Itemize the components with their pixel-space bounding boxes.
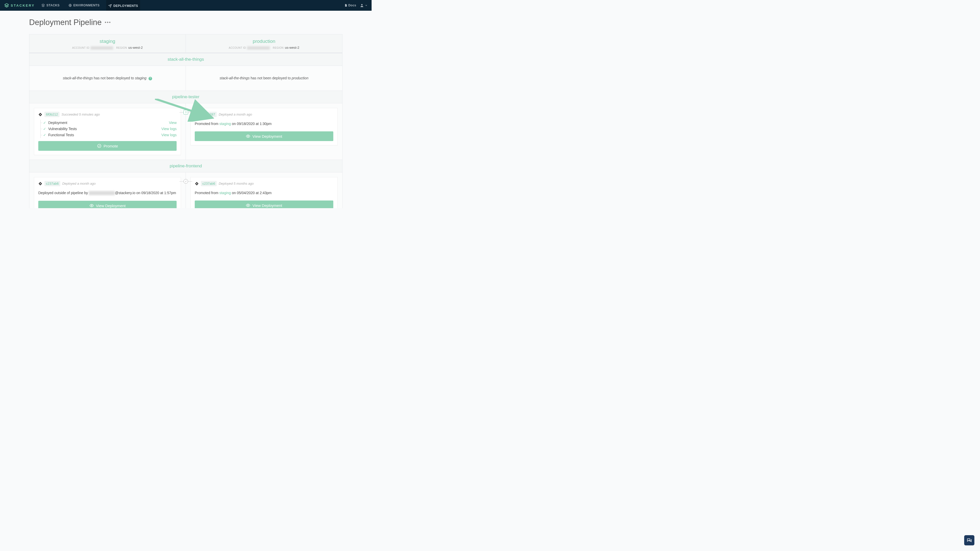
env-link[interactable]: staging xyxy=(219,122,231,126)
commit-hash[interactable]: 6f0b212 xyxy=(45,112,59,117)
view-deployment-button[interactable]: View Deployment xyxy=(38,201,177,208)
svg-point-10 xyxy=(248,205,249,206)
user-icon xyxy=(360,3,364,7)
step-row: ✓ Deployment View xyxy=(41,120,177,126)
deploy-status: Deployed 5 months ago xyxy=(219,182,254,186)
env-name-staging[interactable]: staging xyxy=(29,38,186,44)
layers-icon xyxy=(41,3,45,7)
git-commit-icon xyxy=(195,113,199,117)
env-account-label: ACCOUNT ID xyxy=(229,46,246,49)
stack-title[interactable]: pipeline-tester xyxy=(29,91,342,103)
svg-point-1 xyxy=(361,4,363,5)
page-title: Deployment Pipeline ••• xyxy=(29,18,342,27)
nav-environments-label: ENVIRONMENTS xyxy=(73,3,100,7)
deploy-status: Succeeded 5 minutes ago xyxy=(62,113,100,116)
env-region-staging: us-west-2 xyxy=(128,46,143,49)
env-header-staging: staging ACCOUNT ID XXXXXXXXXXXX REGION u… xyxy=(29,35,186,53)
svg-point-5 xyxy=(196,114,197,115)
empty-deploy-msg-staging: stack-all-the-things has not been deploy… xyxy=(34,70,181,86)
deploy-status: Deployed a month ago xyxy=(219,113,252,116)
user-email-redacted: xxxxx xxxxxxxxx xyxy=(89,191,115,195)
deployment-card: 0ec8287 Deployed a month ago Promoted fr… xyxy=(190,108,338,145)
commit-hash[interactable]: 0ec8287 xyxy=(201,112,217,117)
check-icon: ✓ xyxy=(43,133,46,137)
promote-connector-icon[interactable]: ⇪ xyxy=(183,110,188,114)
stack-title[interactable]: pipeline-frontend xyxy=(29,160,342,172)
env-account-label: ACCOUNT ID xyxy=(72,46,89,49)
pipeline-connector: ⇪ xyxy=(183,110,189,114)
deploy-message: Deployed outside of pipeline by xxxxx xx… xyxy=(38,191,177,195)
deploy-message: Promoted from staging on 09/18/2020 at 1… xyxy=(195,122,333,126)
check-icon: ✓ xyxy=(43,121,46,125)
env-link[interactable]: staging xyxy=(219,191,231,195)
nav-environments[interactable]: ENVIRONMENTS xyxy=(66,0,102,11)
env-headers: staging ACCOUNT ID XXXXXXXXXXXX REGION u… xyxy=(29,34,342,53)
git-commit-icon xyxy=(38,113,42,117)
svg-point-3 xyxy=(40,114,41,115)
nav-deployments[interactable]: DEPLOYMENTS xyxy=(106,0,140,11)
svg-point-4 xyxy=(97,144,101,148)
svg-point-8 xyxy=(91,205,92,206)
step-label: Deployment xyxy=(48,121,67,125)
step-label: Vulnerability Tests xyxy=(48,127,77,131)
check-icon: ✓ xyxy=(43,127,46,131)
eye-icon xyxy=(246,203,250,208)
brand-logo[interactable]: STACKERY xyxy=(4,3,35,8)
deployment-card: c237ab6 Deployed a month ago Deployed ou… xyxy=(34,177,181,208)
env-header-production: production ACCOUNT ID XXXXXXXXXXXX REGIO… xyxy=(186,35,342,53)
nav-stacks-label: STACKS xyxy=(46,3,59,7)
paper-plane-icon xyxy=(108,4,112,8)
nav-docs-label: Docs xyxy=(348,3,356,7)
deploy-status: Deployed a month ago xyxy=(62,182,96,186)
eye-icon xyxy=(246,134,250,138)
globe-icon xyxy=(68,3,72,7)
promote-button[interactable]: Promote xyxy=(38,141,177,151)
svg-point-7 xyxy=(40,183,41,184)
page-menu-dots-icon[interactable]: ••• xyxy=(105,20,111,25)
page-title-text: Deployment Pipeline xyxy=(29,18,102,27)
view-deployment-button[interactable]: View Deployment xyxy=(195,131,333,141)
step-row: ✓ Functional Tests View logs xyxy=(41,132,177,138)
nav-user-menu[interactable] xyxy=(360,3,368,7)
brand-text: STACKERY xyxy=(11,3,35,7)
svg-point-6 xyxy=(248,136,249,137)
help-icon[interactable]: ? xyxy=(148,77,152,80)
deployment-card: 6f0b212 Succeeded 5 minutes ago ✓ Deploy… xyxy=(34,108,181,155)
env-account-staging: XXXXXXXXXXXX xyxy=(91,46,113,49)
nav-docs[interactable]: Docs xyxy=(344,3,356,7)
step-action-link[interactable]: View logs xyxy=(161,133,177,137)
synced-connector-icon: ✓ xyxy=(183,179,188,184)
git-commit-icon xyxy=(195,182,199,186)
step-action-link[interactable]: View logs xyxy=(161,127,177,131)
check-circle-icon xyxy=(97,144,102,148)
env-region-label: REGION xyxy=(116,46,127,49)
nav-deployments-label: DEPLOYMENTS xyxy=(113,4,138,8)
step-row: ✓ Vulnerability Tests View logs xyxy=(41,126,177,132)
empty-deploy-msg-production: stack-all-the-things has not been deploy… xyxy=(190,70,338,86)
view-deployment-button[interactable]: View Deployment xyxy=(195,200,333,208)
env-account-production: XXXXXXXXXXXX xyxy=(247,46,269,49)
svg-point-9 xyxy=(196,183,197,184)
pipeline-connector: ✓ xyxy=(183,179,189,184)
nav-stacks[interactable]: STACKS xyxy=(39,0,62,11)
env-region-label: REGION xyxy=(273,46,283,49)
topnav: STACKERY STACKS ENVIRONMENTS DEPLOYMENTS… xyxy=(0,0,372,11)
stackery-logo-icon xyxy=(4,3,9,8)
git-commit-icon xyxy=(38,182,42,186)
step-label: Functional Tests xyxy=(48,133,74,137)
commit-hash[interactable]: c237ab6 xyxy=(201,181,217,186)
step-action-link[interactable]: View xyxy=(169,121,177,125)
eye-icon xyxy=(89,203,94,208)
deployment-card: c237ab6 Deployed 5 months ago Promoted f… xyxy=(190,177,338,208)
commit-hash[interactable]: c237ab6 xyxy=(45,181,60,186)
chevron-down-icon xyxy=(365,4,368,6)
stack-title[interactable]: stack-all-the-things xyxy=(29,53,342,66)
env-name-production[interactable]: production xyxy=(186,38,342,44)
deploy-message: Promoted from staging on 05/04/2020 at 2… xyxy=(195,191,333,195)
document-icon xyxy=(344,4,347,7)
env-region-production: us-west-2 xyxy=(285,46,299,49)
